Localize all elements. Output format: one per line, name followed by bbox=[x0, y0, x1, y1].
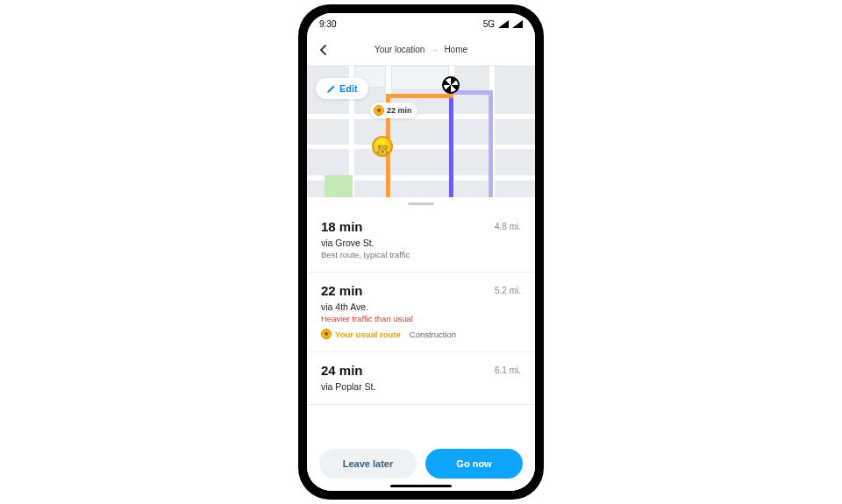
breadcrumb-from: Your location bbox=[375, 45, 425, 54]
usual-route-tag: ★ Your usual route bbox=[321, 329, 401, 339]
routes-list: 18 min via Grove St. Best route, typical… bbox=[307, 209, 535, 440]
route-item[interactable]: 22 min via 4th Ave. Heavier traffic than… bbox=[307, 273, 535, 352]
route-item[interactable]: 24 min via Poplar St. 6.1 mi. bbox=[307, 352, 535, 405]
route-time: 18 min bbox=[321, 219, 495, 234]
construction-tag: Construction bbox=[410, 330, 456, 339]
home-indicator[interactable] bbox=[390, 485, 452, 487]
map-view[interactable]: ★ 22 min 👷 Edit bbox=[307, 66, 535, 197]
pencil-icon bbox=[326, 84, 336, 94]
go-now-button[interactable]: Go now bbox=[425, 449, 523, 479]
routes-sheet: 18 min via Grove St. Best route, typical… bbox=[307, 197, 535, 491]
route-via: via Poplar St. bbox=[321, 381, 495, 392]
leave-later-button[interactable]: Leave later bbox=[319, 449, 417, 479]
route-warning: Heavier traffic than usual bbox=[321, 314, 495, 323]
signal-icon-2 bbox=[512, 20, 523, 28]
network-label: 5G bbox=[483, 19, 495, 29]
edit-label: Edit bbox=[339, 83, 358, 94]
header: Your location → Home bbox=[307, 34, 535, 66]
back-button[interactable] bbox=[316, 42, 332, 58]
status-right: 5G bbox=[483, 19, 523, 29]
route-via: via 4th Ave. bbox=[321, 302, 495, 312]
usual-route-icon: ★ bbox=[321, 329, 332, 339]
signal-icon bbox=[498, 20, 509, 28]
route-via: via Grove St. bbox=[321, 238, 495, 248]
route-time-badge[interactable]: ★ 22 min bbox=[370, 103, 417, 118]
phone-frame: 9:30 5G Your location → Home bbox=[298, 4, 544, 500]
route-sub: Best route, typical traffic bbox=[321, 250, 495, 259]
sheet-handle[interactable] bbox=[408, 202, 434, 205]
route-time: 24 min bbox=[321, 363, 495, 378]
breadcrumb[interactable]: Your location → Home bbox=[375, 45, 467, 54]
route-distance: 5.2 mi. bbox=[495, 286, 521, 339]
route-item[interactable]: 18 min via Grove St. Best route, typical… bbox=[307, 209, 535, 273]
breadcrumb-to: Home bbox=[444, 45, 467, 54]
destination-marker-icon bbox=[442, 76, 460, 94]
status-bar: 9:30 5G bbox=[307, 13, 535, 34]
status-time: 9:30 bbox=[319, 19, 336, 29]
usual-route-icon: ★ bbox=[374, 105, 384, 116]
screen: 9:30 5G Your location → Home bbox=[307, 13, 535, 491]
construction-marker-icon[interactable]: 👷 bbox=[372, 136, 393, 157]
route-distance: 6.1 mi. bbox=[495, 366, 521, 392]
edit-button[interactable]: Edit bbox=[316, 78, 368, 99]
route-time: 22 min bbox=[321, 283, 495, 298]
route-distance: 4.8 mi. bbox=[495, 222, 521, 259]
footer: Leave later Go now bbox=[307, 440, 535, 491]
route-badge-label: 22 min bbox=[387, 106, 412, 115]
arrow-right-icon: → bbox=[430, 45, 439, 54]
